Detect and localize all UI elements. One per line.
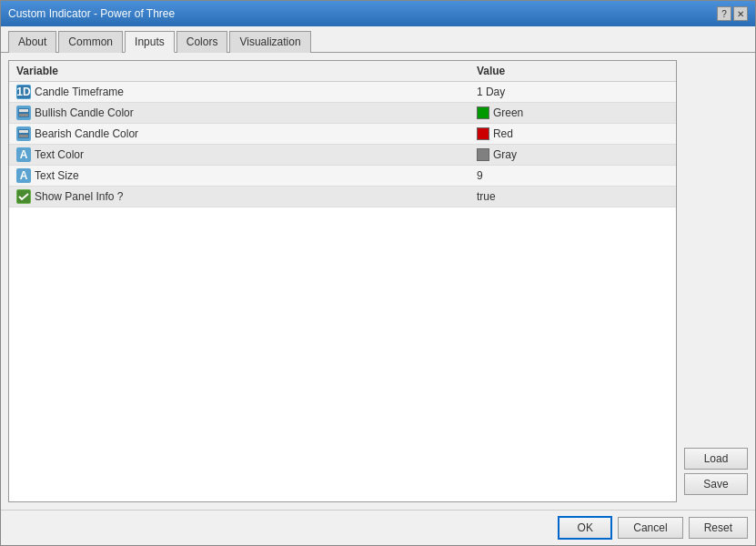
tab-about[interactable]: About [8, 31, 56, 53]
tab-common[interactable]: Common [58, 31, 123, 53]
value-text: Gray [493, 148, 517, 161]
main-panel: Variable Value 1D Candle Timeframe1 Day … [8, 60, 677, 502]
variable-label: Text Size [35, 169, 79, 182]
value-text: Red [493, 127, 513, 140]
value-text: Green [493, 106, 523, 119]
tab-visualization[interactable]: Visualization [229, 31, 310, 53]
load-button[interactable]: Load [684, 448, 748, 470]
table-row[interactable]: A Text ColorGray [9, 145, 676, 166]
inputs-table: Variable Value 1D Candle Timeframe1 Day … [9, 61, 676, 207]
title-bar: Custom Indicator - Power of Three ? ✕ [1, 1, 755, 26]
tab-colors[interactable]: Colors [176, 31, 228, 53]
reset-button[interactable]: Reset [689, 517, 748, 539]
table-row[interactable]: Bearish Candle ColorRed [9, 124, 676, 145]
svg-text:A: A [20, 148, 28, 161]
bottom-bar: OK Cancel Reset [1, 510, 755, 545]
help-button[interactable]: ? [717, 6, 731, 21]
color-swatch [477, 106, 489, 119]
side-buttons: Load Save [684, 444, 748, 502]
ok-button[interactable]: OK [558, 516, 612, 540]
title-controls: ? ✕ [717, 6, 748, 21]
color-swatch [477, 127, 489, 140]
content-area: Variable Value 1D Candle Timeframe1 Day … [1, 53, 755, 510]
table-row[interactable]: 1D Candle Timeframe1 Day [9, 82, 676, 103]
svg-rect-5 [19, 109, 28, 112]
save-button[interactable]: Save [684, 473, 748, 495]
svg-rect-6 [19, 114, 28, 116]
table-container: Variable Value 1D Candle Timeframe1 Day … [9, 61, 676, 501]
tab-bar: AboutCommonInputsColorsVisualization [1, 26, 755, 53]
dialog-window: Custom Indicator - Power of Three ? ✕ Ab… [0, 0, 756, 546]
table-row[interactable]: Show Panel Info ?true [9, 187, 676, 207]
svg-text:A: A [20, 169, 28, 182]
svg-rect-10 [19, 135, 28, 137]
variable-label: Bearish Candle Color [35, 127, 138, 140]
value-text: true [477, 190, 496, 203]
cancel-button[interactable]: Cancel [618, 517, 682, 539]
window-title: Custom Indicator - Power of Three [8, 7, 175, 20]
tab-inputs[interactable]: Inputs [125, 31, 175, 53]
value-text: 1 Day [477, 86, 505, 98]
variable-label: Text Color [35, 148, 84, 161]
value-text: 9 [477, 169, 483, 182]
col-variable: Variable [9, 61, 469, 82]
close-button[interactable]: ✕ [733, 6, 748, 21]
table-row[interactable]: A Text Size9 [9, 166, 676, 187]
variable-label: Bullish Candle Color [35, 106, 134, 119]
variable-label: Show Panel Info ? [35, 190, 123, 203]
svg-rect-9 [19, 130, 28, 133]
variable-label: Candle Timeframe [35, 86, 124, 98]
col-value: Value [469, 61, 676, 82]
svg-text:1D: 1D [16, 86, 31, 98]
table-row[interactable]: Bullish Candle ColorGreen [9, 103, 676, 124]
color-swatch [477, 148, 489, 161]
